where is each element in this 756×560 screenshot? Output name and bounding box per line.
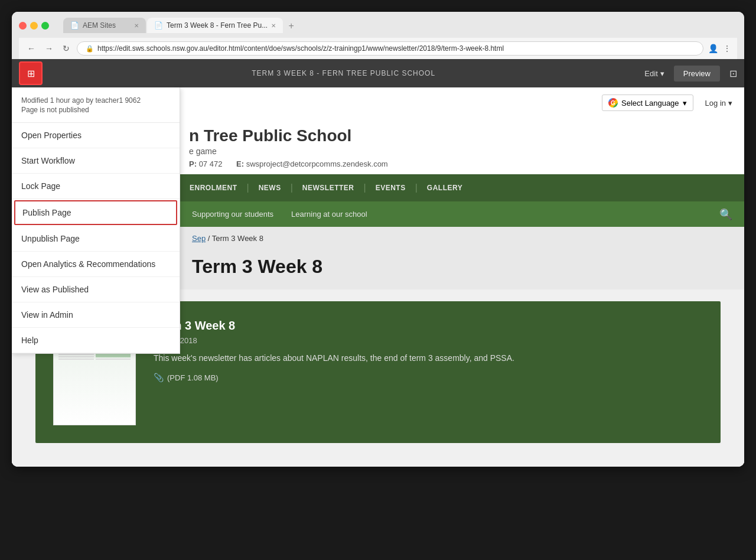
- back-button[interactable]: ←: [25, 43, 38, 54]
- preview-button[interactable]: Preview: [674, 66, 720, 82]
- select-language-button[interactable]: G Select Language ▾: [602, 95, 693, 111]
- menu-item-start-workflow[interactable]: Start Workflow: [12, 148, 180, 174]
- aem-logo-button[interactable]: ⊞: [19, 61, 43, 85]
- tab-bar: 📄 AEM Sites ✕ 📄 Term 3 Week 8 - Fern Tre…: [63, 18, 298, 33]
- tab-label: Term 3 Week 8 - Fern Tree Pu...: [167, 21, 268, 30]
- sub-nav-learning[interactable]: Learning at our school: [291, 201, 385, 227]
- phone-label: P: 07 472: [189, 159, 222, 168]
- login-label: Log in: [705, 99, 726, 108]
- chevron-down-icon: ▾: [660, 69, 664, 78]
- url-text: https://edit.sws.schools.nsw.gov.au/edit…: [97, 44, 504, 53]
- newsletter-pdf-link[interactable]: 📎 (PDF 1.08 MB): [154, 373, 703, 382]
- nav-item-news[interactable]: NEWS: [249, 174, 291, 201]
- menu-item-publish-page[interactable]: Publish Page: [14, 200, 177, 225]
- newsletter-info: Term 3 Week 8 10 Sep 2018 This week's ne…: [154, 319, 703, 382]
- school-contact: P: 07 472 E: swsproject@detcorpcomms.zen…: [189, 159, 388, 168]
- aem-topbar: ⊞ TERM 3 WEEK 8 - FERN TREE PUBLIC SCHOO…: [12, 59, 744, 87]
- pdf-label: (PDF 1.08 MB): [167, 373, 219, 382]
- newsletter-description: This week's newsletter has articles abou…: [154, 352, 703, 364]
- menu-header: Modified 1 hour ago by teacher1 9062 Pag…: [12, 87, 180, 123]
- tab-close-icon[interactable]: ✕: [134, 22, 139, 29]
- nav-item-enrolment[interactable]: ENROLMENT: [180, 174, 247, 201]
- aem-toolbar-actions: Edit ▾ Preview ⊡: [644, 66, 737, 82]
- page-actions-dropdown: Modified 1 hour ago by teacher1 9062 Pag…: [12, 87, 180, 354]
- address-bar-row: ← → ↻ 🔒 https://edit.sws.schools.nsw.gov…: [19, 38, 737, 59]
- menu-item-open-properties[interactable]: Open Properties: [12, 123, 180, 148]
- nav-item-events[interactable]: EVENTS: [366, 174, 415, 201]
- login-chevron-icon: ▾: [728, 99, 732, 108]
- school-name: n Tree Public School: [189, 126, 351, 145]
- browser-titlebar: 📄 AEM Sites ✕ 📄 Term 3 Week 8 - Fern Tre…: [12, 12, 744, 59]
- school-tagline: e game: [189, 146, 217, 156]
- page-title: Term 3 Week 8: [192, 256, 732, 278]
- modified-text: Modified 1 hour ago by teacher1 9062: [21, 96, 170, 106]
- tab-icon: 📄: [154, 21, 163, 30]
- google-logo-icon: G: [608, 98, 618, 108]
- browser-actions: 👤 ⋮: [708, 44, 731, 53]
- address-bar[interactable]: 🔒 https://edit.sws.schools.nsw.gov.au/ed…: [77, 41, 703, 56]
- more-options-icon[interactable]: ⋮: [723, 44, 731, 53]
- ssl-lock-icon: 🔒: [86, 45, 94, 53]
- login-button[interactable]: Log in ▾: [705, 99, 732, 108]
- select-language-label: Select Language: [621, 99, 679, 108]
- search-icon[interactable]: 🔍: [719, 208, 732, 221]
- newsletter-title: Term 3 Week 8: [154, 319, 703, 333]
- tab-term3-week8[interactable]: 📄 Term 3 Week 8 - Fern Tree Pu... ✕: [147, 18, 283, 33]
- maximize-traffic-light[interactable]: [41, 22, 49, 30]
- traffic-lights: [19, 22, 49, 30]
- menu-item-view-in-admin[interactable]: View in Admin: [12, 302, 180, 328]
- nav-item-newsletter[interactable]: NEWSLETTER: [293, 174, 364, 201]
- tab-aem-sites[interactable]: 📄 AEM Sites ✕: [63, 18, 146, 33]
- email-label: E: swsproject@detcorpcomms.zendesk.com: [236, 159, 388, 168]
- browser-controls: 📄 AEM Sites ✕ 📄 Term 3 Week 8 - Fern Tre…: [19, 18, 737, 33]
- browser-window: 📄 AEM Sites ✕ 📄 Term 3 Week 8 - Fern Tre…: [12, 12, 744, 467]
- menu-item-help[interactable]: Help: [12, 328, 180, 353]
- edit-label: Edit: [644, 69, 657, 78]
- aem-page-title: TERM 3 WEEK 8 - FERN TREE PUBLIC SCHOOL: [43, 69, 644, 77]
- new-tab-button[interactable]: +: [284, 19, 298, 33]
- menu-item-unpublish-page[interactable]: Unpublish Page: [12, 226, 180, 252]
- aem-logo-icon: ⊞: [27, 68, 35, 79]
- edit-mode-button[interactable]: Edit ▾: [644, 69, 664, 78]
- menu-item-open-analytics[interactable]: Open Analytics & Recommendations: [12, 252, 180, 277]
- menu-item-view-as-published[interactable]: View as Published: [12, 277, 180, 302]
- tab-label: AEM Sites: [83, 21, 116, 30]
- tab-icon: 📄: [70, 21, 79, 30]
- breadcrumb-current: Term 3 Week 8: [212, 234, 263, 243]
- refresh-button[interactable]: ↻: [60, 43, 72, 54]
- breadcrumb-sep-link[interactable]: Sep: [192, 234, 206, 243]
- paperclip-icon: 📎: [154, 373, 164, 382]
- close-traffic-light[interactable]: [19, 22, 27, 30]
- language-chevron-icon: ▾: [683, 99, 687, 108]
- minimize-traffic-light[interactable]: [30, 22, 38, 30]
- nav-item-gallery[interactable]: GALLERY: [418, 174, 472, 201]
- menu-item-lock-page[interactable]: Lock Page: [12, 174, 180, 199]
- tab-close-icon[interactable]: ✕: [271, 22, 276, 29]
- share-icon[interactable]: ⊡: [729, 68, 737, 79]
- content-area: Modified 1 hour ago by teacher1 9062 Pag…: [12, 87, 744, 467]
- newsletter-date: 10 Sep 2018: [154, 336, 703, 345]
- page-status-text: Page is not published: [21, 106, 170, 114]
- forward-button[interactable]: →: [43, 43, 56, 54]
- profile-icon[interactable]: 👤: [708, 44, 718, 53]
- sub-nav-supporting-students[interactable]: Supporting our students: [192, 201, 291, 227]
